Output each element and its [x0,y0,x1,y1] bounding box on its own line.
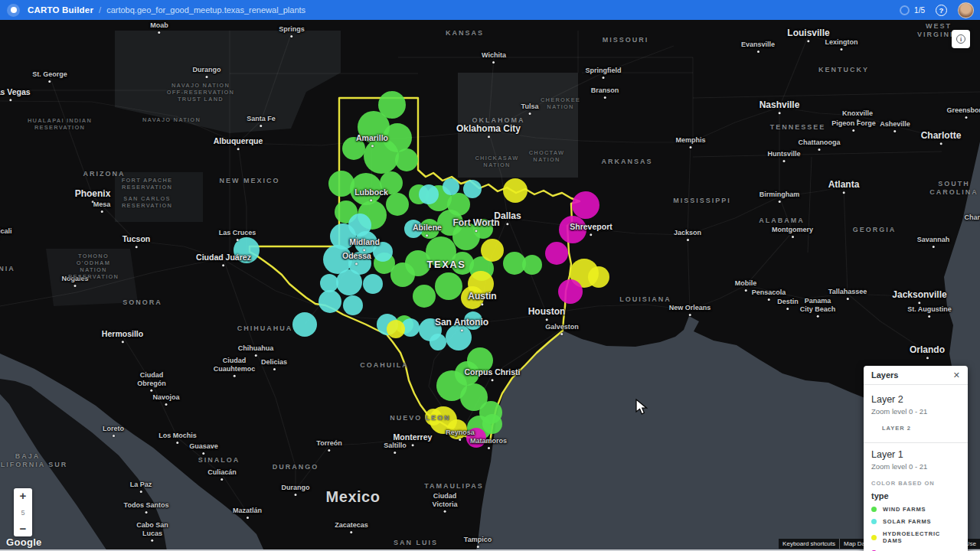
plant-marker-wind[interactable] [350,173,382,205]
layers-panel-header: Layers ✕ [864,366,968,385]
plant-markers-layer [0,0,980,551]
plant-marker-solar[interactable] [363,274,383,294]
plant-marker-wind[interactable] [380,171,403,194]
plant-marker-hydro[interactable] [588,266,609,288]
plant-marker-wind[interactable] [386,193,409,216]
plant-marker-biomass[interactable] [572,191,599,219]
plant-marker-wind[interactable] [473,219,493,239]
legend-label: SOLAR FARMS [883,518,931,525]
plant-marker-solar[interactable] [463,180,482,198]
progress-count: 1/5 [914,6,925,15]
legend-row: HYDROELECTRIC DAMS [871,530,960,544]
plant-marker-solar[interactable] [443,178,459,195]
plant-marker-wind[interactable] [342,137,365,160]
carto-logo-icon[interactable] [7,4,20,17]
panel-divider [864,442,968,443]
color-based-on-label: COLOR BASED ON [871,480,960,487]
plant-marker-solar[interactable] [318,290,341,313]
top-header-bar: CARTO Builder / cartobq.geo_for_good_mee… [0,0,980,20]
plant-marker-hydro[interactable] [503,178,528,203]
plant-marker-biomass[interactable] [559,216,586,243]
legend-color-dot [871,507,877,512]
map-info-button[interactable]: i [952,30,970,48]
legend-row: SOLAR FARMS [871,518,960,525]
app-title: CARTO Builder [28,5,93,15]
plant-marker-wind[interactable] [364,139,399,174]
plant-marker-hydro[interactable] [387,320,405,338]
layers-panel-title: Layers [871,370,898,380]
legend-label: WIND FARMS [883,506,926,513]
legend: WIND FARMSSOLAR FARMSHYDROELECTRIC DAMSB… [871,506,960,551]
close-icon[interactable]: ✕ [953,371,960,380]
plant-marker-hydro[interactable] [425,409,442,425]
plant-marker-hydro[interactable] [481,239,504,262]
plant-marker-solar[interactable] [373,242,393,262]
plant-marker-solar[interactable] [404,220,423,238]
mouse-cursor [635,399,649,416]
layer-2-zoom-range: Zoom level 0 - 21 [871,407,960,416]
plant-marker-wind[interactable] [482,414,502,434]
legend-row: WIND FARMS [871,506,960,513]
plant-marker-solar[interactable] [320,274,338,292]
plant-marker-hydro[interactable] [447,419,467,439]
plant-marker-solar[interactable] [430,334,446,350]
layer-2-name[interactable]: Layer 2 [871,394,960,405]
breadcrumb-separator: / [99,5,101,15]
layer-1-zoom-range: Zoom level 0 - 21 [871,462,960,471]
user-avatar[interactable] [958,2,974,18]
google-logo: Google [6,536,42,548]
plant-marker-solar[interactable] [464,311,482,330]
layers-panel: Layers ✕ Layer 2 Zoom level 0 - 21 LAYER… [864,366,968,551]
info-icon: i [956,34,965,44]
layer-1-name[interactable]: Layer 1 [871,449,960,460]
attribution-link[interactable]: Keyboard shortcuts [779,539,839,549]
breadcrumb[interactable]: cartobq.geo_for_good_meetup.texas_renewa… [106,5,305,15]
zoom-control: + 5 − [14,488,32,536]
zoom-in-button[interactable]: + [20,491,27,501]
plant-marker-biomass[interactable] [558,279,583,304]
plant-marker-wind[interactable] [435,272,462,300]
plant-marker-biomass[interactable] [466,428,486,448]
plant-marker-solar[interactable] [419,184,439,204]
plant-marker-wind[interactable] [395,148,418,171]
plant-marker-solar[interactable] [336,269,362,295]
layer-2-sublayer[interactable]: LAYER 2 [882,425,960,432]
zoom-level-value: 5 [21,509,24,517]
plant-marker-biomass[interactable] [545,242,568,265]
legend-label: HYDROELECTRIC DAMS [883,530,960,544]
carto-builder-app: St. GeorgeLas VegasMoabSpringsDurangoSan… [0,0,980,551]
legend-color-dot [871,519,877,524]
zoom-out-button[interactable]: − [20,523,27,534]
legend-color-dot [871,535,877,540]
plant-marker-wind[interactable] [522,255,542,275]
plant-marker-solar[interactable] [234,237,260,263]
plant-marker-hydro[interactable] [461,286,484,309]
help-icon[interactable]: ? [936,5,947,16]
plant-marker-wind[interactable] [413,285,436,308]
color-attribute-name: type [871,491,960,500]
plant-marker-solar[interactable] [292,312,317,337]
plant-marker-solar[interactable] [343,295,363,315]
map-canvas[interactable]: St. GeorgeLas VegasMoabSpringsDurangoSan… [0,0,980,551]
progress-spinner-icon [900,5,910,15]
